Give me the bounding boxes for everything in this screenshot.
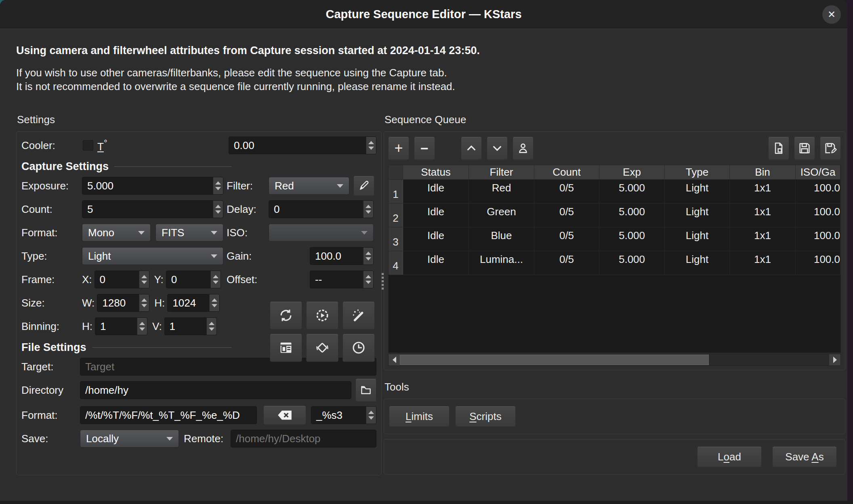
cell-bin[interactable]: 1x1	[730, 251, 796, 275]
queue-row-1[interactable]: 1 Idle Red 0/5 5.000 Light 1x1 100.0	[389, 180, 840, 204]
cell-iso[interactable]: 100.0	[796, 227, 840, 251]
cell-status[interactable]: Idle	[403, 204, 469, 227]
spin-buttons[interactable]	[366, 407, 376, 424]
cell-status[interactable]: Idle	[403, 180, 469, 204]
spin-buttons[interactable]	[137, 318, 147, 335]
binning-h-spinbox[interactable]: 1	[95, 317, 147, 335]
encoding-format-combobox[interactable]: FITS	[155, 224, 223, 242]
spin-buttons[interactable]	[209, 294, 219, 311]
col-type[interactable]: Type	[665, 165, 730, 180]
delay-spinbox[interactable]: 0	[269, 200, 374, 218]
horizontal-scrollbar[interactable]	[388, 354, 841, 366]
col-status[interactable]: Status	[403, 165, 469, 180]
cell-type[interactable]: Light	[665, 204, 730, 227]
remote-input[interactable]	[231, 430, 376, 447]
cell-filter[interactable]: Blue	[469, 227, 534, 251]
auto-wizard-button[interactable]	[342, 301, 375, 330]
spin-buttons[interactable]	[213, 201, 223, 218]
move-job-up-button[interactable]	[461, 136, 482, 160]
cell-count[interactable]: 0/5	[534, 180, 599, 204]
cell-count[interactable]: 0/5	[534, 227, 599, 251]
cell-bin[interactable]: 1x1	[730, 204, 796, 227]
frame-y-spinbox[interactable]: 0	[166, 271, 221, 288]
directory-input[interactable]	[80, 381, 351, 399]
save-sequence-as-button[interactable]	[820, 136, 841, 160]
rotator-button[interactable]	[306, 334, 338, 362]
cell-status[interactable]: Idle	[403, 227, 469, 251]
scripts-button[interactable]: Scripts	[455, 406, 516, 427]
col-count[interactable]: Count	[534, 165, 599, 180]
cell-bin[interactable]: 1x1	[730, 227, 796, 251]
gain-spinbox[interactable]: 100.0	[310, 247, 374, 265]
capture-format-combobox[interactable]: Mono	[82, 224, 151, 242]
cell-count[interactable]: 0/5	[534, 204, 599, 227]
spin-buttons[interactable]	[363, 271, 373, 288]
exposure-spinbox[interactable]: 5.000	[82, 177, 223, 195]
spin-buttons[interactable]	[206, 318, 216, 335]
spin-buttons[interactable]	[363, 201, 373, 218]
row-number[interactable]: 1	[389, 180, 403, 204]
load-button[interactable]: Load	[697, 446, 762, 467]
cell-exp[interactable]: 5.000	[599, 251, 665, 275]
edit-filters-button[interactable]	[353, 176, 374, 196]
cell-filter[interactable]: Red	[469, 180, 534, 204]
add-job-button[interactable]: +	[388, 136, 409, 160]
size-w-spinbox[interactable]: 1280	[97, 294, 149, 312]
scroll-right-button[interactable]	[829, 354, 840, 365]
limits-button[interactable]: Limits	[389, 406, 450, 427]
row-number[interactable]: 2	[389, 204, 403, 227]
clear-format-button[interactable]	[263, 405, 306, 425]
spin-buttons[interactable]	[139, 294, 149, 311]
col-exp[interactable]: Exp	[599, 165, 665, 180]
cell-type[interactable]: Light	[665, 251, 730, 275]
frame-x-spinbox[interactable]: 0	[95, 271, 149, 288]
spin-buttons[interactable]	[210, 271, 221, 288]
timer-button[interactable]	[342, 334, 375, 362]
scrollbar-thumb[interactable]	[400, 355, 709, 365]
iso-combobox[interactable]	[269, 224, 374, 242]
col-filter[interactable]: Filter	[469, 165, 534, 180]
open-sequence-button[interactable]	[768, 136, 789, 160]
save-sequence-button[interactable]	[794, 136, 815, 160]
col-iso[interactable]: ISO/Ga	[796, 165, 840, 180]
cell-exp[interactable]: 5.000	[599, 204, 665, 227]
queue-row-4[interactable]: 4 Idle Lumina... 0/5 5.000 Light 1x1 100…	[389, 251, 840, 275]
edit-observer-button[interactable]	[513, 136, 534, 160]
cell-type[interactable]: Light	[665, 180, 730, 204]
binning-v-spinbox[interactable]: 1	[164, 317, 217, 335]
cell-count[interactable]: 0/5	[534, 251, 599, 275]
cell-bin[interactable]: 1x1	[730, 180, 796, 204]
cell-exp[interactable]: 5.000	[599, 227, 665, 251]
scrollbar-track[interactable]	[400, 354, 829, 365]
queue-table[interactable]: Status Filter Count Exp Type Bin ISO/Ga …	[388, 165, 841, 353]
frame-type-combobox[interactable]: Light	[82, 247, 223, 265]
col-bin[interactable]: Bin	[730, 165, 796, 180]
save-mode-combobox[interactable]: Locally	[80, 430, 179, 447]
cell-iso[interactable]: 100.0	[796, 204, 840, 227]
move-job-down-button[interactable]	[487, 136, 508, 160]
file-format-input[interactable]	[80, 406, 257, 424]
size-h-spinbox[interactable]: 1024	[167, 294, 220, 312]
queue-row-2[interactable]: 2 Idle Green 0/5 5.000 Light 1x1 100.0	[389, 204, 840, 227]
capture-preview-button[interactable]	[306, 301, 338, 330]
cell-iso[interactable]: 100.0	[796, 251, 840, 275]
spin-buttons[interactable]	[363, 248, 373, 265]
count-spinbox[interactable]: 5	[82, 200, 223, 218]
spin-buttons[interactable]	[366, 137, 376, 154]
cooler-checkbox[interactable]	[83, 140, 93, 151]
close-button[interactable]: ✕	[822, 5, 841, 24]
cell-filter[interactable]: Green	[469, 204, 534, 227]
spin-buttons[interactable]	[139, 271, 149, 288]
suffix-spinbox[interactable]: _%s3	[311, 406, 376, 424]
calibration-button[interactable]	[270, 334, 302, 362]
cell-iso[interactable]: 100.0	[796, 180, 840, 204]
cell-filter[interactable]: Lumina...	[469, 251, 534, 275]
panel-splitter[interactable]	[382, 113, 384, 475]
save-as-button[interactable]: Save As	[772, 446, 837, 467]
row-number[interactable]: 4	[389, 251, 403, 275]
scroll-left-button[interactable]	[389, 354, 400, 365]
reset-frame-button[interactable]	[270, 301, 302, 330]
filter-combobox[interactable]: Red	[269, 177, 349, 195]
queue-row-3[interactable]: 3 Idle Blue 0/5 5.000 Light 1x1 100.0	[389, 227, 840, 251]
temperature-spinbox[interactable]: 0.00	[229, 136, 376, 154]
